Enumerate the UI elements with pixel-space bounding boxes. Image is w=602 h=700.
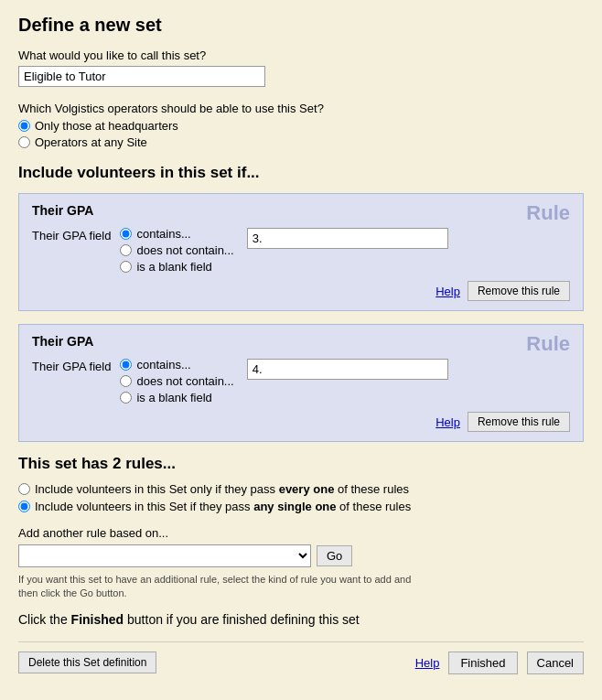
- bottom-right: Help Finished Cancel: [415, 652, 584, 674]
- finished-button[interactable]: Finished: [448, 652, 517, 674]
- rule-option-1-2[interactable]: does not contain...: [120, 243, 233, 257]
- rule-option-label-1-3: is a blank field: [136, 260, 211, 274]
- pass-radio-2[interactable]: [18, 501, 30, 512]
- operator-option-1[interactable]: Only those at headquarters: [18, 119, 584, 133]
- rule-radio-2-2[interactable]: [120, 375, 132, 387]
- add-rule-row: Go: [18, 544, 584, 567]
- add-rule-select[interactable]: [18, 544, 311, 567]
- rule-radio-1-3[interactable]: [120, 261, 132, 273]
- rule-title-2: Their GPA: [32, 334, 570, 349]
- pass-label-pre-2: Include volunteers in this Set if they p…: [35, 500, 253, 513]
- go-button[interactable]: Go: [317, 545, 352, 566]
- rule-label-1: Rule: [526, 201, 570, 225]
- rule-option-label-1-1: contains...: [136, 227, 190, 241]
- pass-label-post-1: of these rules: [334, 482, 409, 496]
- delete-set-button[interactable]: Delete this Set definition: [18, 652, 156, 673]
- rule-option-label-2-2: does not contain...: [136, 374, 233, 388]
- hint-text-content: If you want this set to have an addition…: [18, 574, 411, 598]
- add-rule-label: Add another rule based on...: [18, 526, 584, 540]
- rule-radio-2-3[interactable]: [120, 392, 132, 404]
- pass-label-pre-1: Include volunteers in this Set only if t…: [35, 482, 279, 496]
- pass-option-1[interactable]: Include volunteers in this Set only if t…: [18, 482, 584, 496]
- pass-label-2: Include volunteers in this Set if they p…: [35, 500, 411, 513]
- page-title: Define a new set: [18, 15, 584, 36]
- finished-prompt-bold: Finished: [71, 612, 124, 627]
- rule-radio-2-1[interactable]: [120, 359, 132, 371]
- set-name-label: What would you like to call this set?: [18, 48, 584, 62]
- operators-label: Which Volgistics operators should be abl…: [18, 102, 584, 115]
- operator-radio-1[interactable]: [18, 120, 30, 132]
- pass-label-1: Include volunteers in this Set only if t…: [35, 482, 409, 496]
- add-rule-section: Add another rule based on... Go If you w…: [18, 526, 584, 601]
- rule-field-label-1: Their GPA field: [32, 227, 111, 242]
- finished-prompt-pre: Click the: [18, 612, 71, 627]
- rule-radio-1-2[interactable]: [120, 244, 132, 256]
- rule-radio-1-1[interactable]: [120, 228, 132, 240]
- pass-label-bold-2: any single one: [253, 500, 336, 513]
- bottom-help-link[interactable]: Help: [415, 656, 440, 670]
- rule-actions-2: Help Remove this rule: [32, 412, 570, 432]
- rule-option-2-2[interactable]: does not contain...: [120, 374, 233, 388]
- rule-box-1: Rule Their GPA Their GPA field contains.…: [18, 193, 584, 311]
- finished-prompt-post: button if you are finished defining this…: [124, 612, 360, 627]
- include-heading: Include volunteers in this set if...: [18, 164, 584, 182]
- operator-label-1: Only those at headquarters: [35, 119, 178, 133]
- rule-option-2-3[interactable]: is a blank field: [120, 391, 233, 404]
- rule-option-label-2-1: contains...: [136, 358, 190, 372]
- operator-label-2: Operators at any Site: [35, 135, 147, 149]
- rule-help-link-1[interactable]: Help: [435, 285, 460, 298]
- remove-rule-button-1[interactable]: Remove this rule: [468, 281, 570, 301]
- rule-help-link-2[interactable]: Help: [435, 415, 460, 429]
- hint-text: If you want this set to have an addition…: [18, 573, 430, 601]
- summary-heading: This set has 2 rules...: [18, 455, 584, 473]
- remove-rule-button-2[interactable]: Remove this rule: [468, 412, 570, 432]
- pass-radio-1[interactable]: [18, 483, 30, 495]
- rule-fields-1: Their GPA field contains... does not con…: [32, 227, 570, 274]
- rule-title-1: Their GPA: [32, 203, 570, 218]
- rule-option-label-1-2: does not contain...: [136, 243, 233, 257]
- finished-prompt: Click the Finished button if you are fin…: [18, 612, 584, 627]
- pass-label-post-2: of these rules: [337, 500, 412, 513]
- rule-value-input-1[interactable]: [247, 228, 448, 249]
- rule-option-label-2-3: is a blank field: [136, 391, 211, 404]
- cancel-button[interactable]: Cancel: [527, 652, 584, 674]
- rule-box-2: Rule Their GPA Their GPA field contains.…: [18, 324, 584, 442]
- pass-option-2[interactable]: Include volunteers in this Set if they p…: [18, 500, 584, 513]
- rule-option-1-3[interactable]: is a blank field: [120, 260, 233, 274]
- operator-option-2[interactable]: Operators at any Site: [18, 135, 584, 149]
- set-name-input[interactable]: [18, 66, 265, 87]
- rule-options-2: contains... does not contain... is a bla…: [120, 358, 233, 404]
- pass-label-bold-1: every one: [279, 482, 335, 496]
- rule-actions-1: Help Remove this rule: [32, 281, 570, 301]
- rule-options-1: contains... does not contain... is a bla…: [120, 227, 233, 274]
- rule-label-2: Rule: [526, 332, 570, 356]
- rule-option-1-1[interactable]: contains...: [120, 227, 233, 241]
- rule-value-input-2[interactable]: [247, 359, 448, 380]
- rule-field-label-2: Their GPA field: [32, 358, 111, 373]
- bottom-bar: Delete this Set definition Help Finished…: [18, 641, 584, 674]
- rule-fields-2: Their GPA field contains... does not con…: [32, 358, 570, 404]
- rule-option-2-1[interactable]: contains...: [120, 358, 233, 372]
- operator-radio-2[interactable]: [18, 136, 30, 148]
